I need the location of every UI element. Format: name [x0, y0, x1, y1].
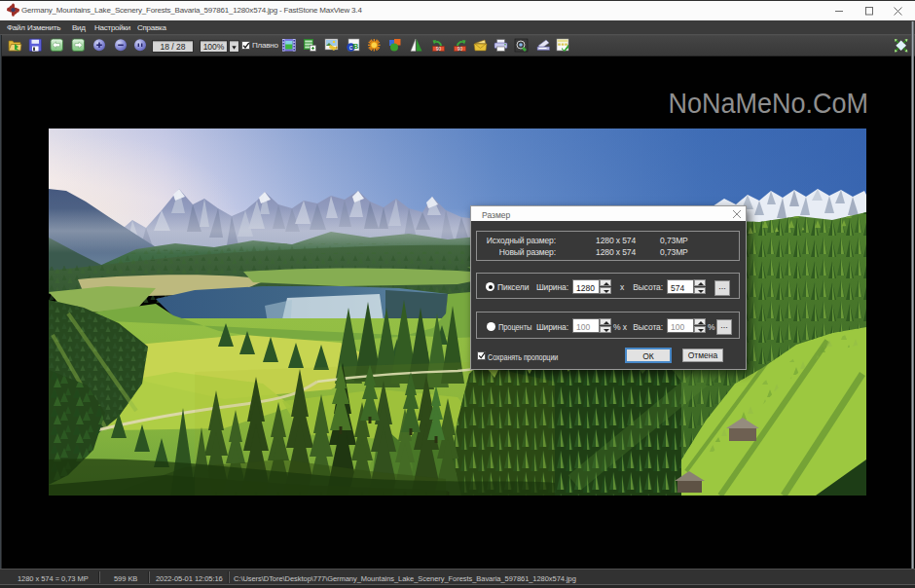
- svg-text:B: B: [353, 42, 359, 51]
- svg-text:90: 90: [436, 47, 442, 52]
- svg-text:90: 90: [458, 47, 463, 52]
